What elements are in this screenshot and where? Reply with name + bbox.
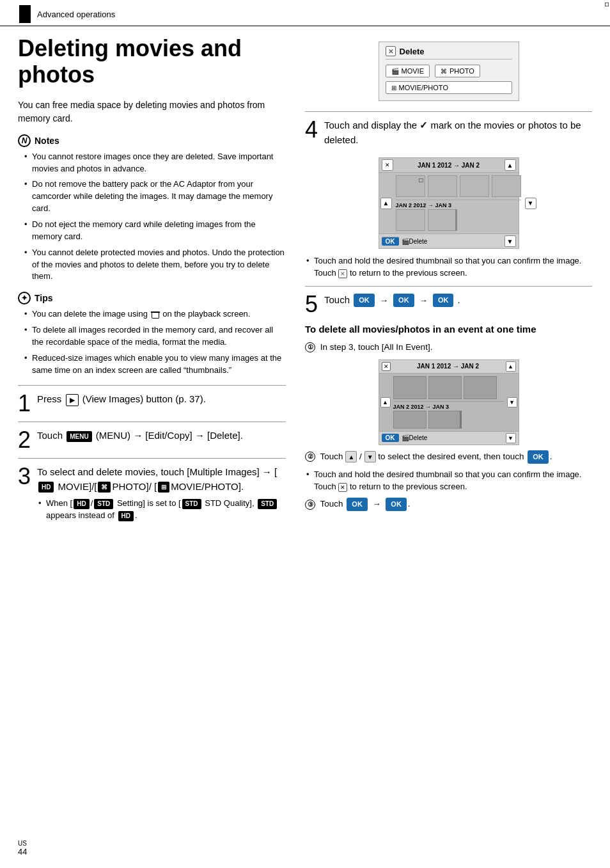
notes-list: You cannot restore images once they are …	[18, 151, 286, 283]
ok-badge-1[interactable]: OK	[354, 294, 375, 307]
left-column: Deleting movies and photos You can free …	[18, 29, 299, 528]
thumbnail	[428, 209, 457, 231]
circle-1: ①	[305, 342, 315, 352]
to-delete-step3: ③ Touch OK → OK.	[305, 498, 592, 511]
step-4-section: 4 Touch and display the ✓ mark on the mo…	[305, 111, 592, 280]
page-number: US 44	[18, 840, 27, 856]
page-num: 44	[18, 847, 27, 856]
step-5-content: 5 Touch OK → OK → OK .	[305, 293, 592, 316]
photo-icon: ⌘	[441, 68, 447, 75]
hd-badge-2: HD	[74, 499, 89, 510]
list-item: To delete all images recorded in the mem…	[24, 324, 286, 349]
to-delete-step2-sub: Touch and hold the desired thumbnail so …	[305, 469, 592, 493]
top-bar: Advanced operations	[0, 0, 610, 26]
list-item: You cannot delete protected movies and p…	[24, 247, 286, 283]
tips-icon: ✦	[18, 292, 31, 304]
arrow-1: →	[380, 296, 388, 305]
movie-photo-icon: ⊞	[391, 84, 396, 91]
step-5-section: 5 Touch OK → OK → OK .	[305, 286, 592, 316]
index-date-1: JAN 1 2012 → JAN 2	[417, 363, 479, 370]
circle-2: ②	[305, 452, 315, 462]
x-icon: ✕	[338, 269, 347, 278]
section-title: Advanced operations	[37, 10, 115, 19]
page-title: Deleting movies and photos	[18, 35, 286, 88]
step-5-text: Touch OK → OK → OK .	[324, 293, 592, 308]
index-thumb	[428, 376, 462, 399]
std-badge-3: STD	[258, 499, 277, 510]
scroll-down-icon: ▼	[507, 397, 517, 407]
down-select-icon: ▼	[364, 451, 376, 462]
step4-screenshot: ✕ JAN 1 2012 → JAN 2 ▲ ▲ □ □	[379, 157, 519, 249]
to-delete-step1: ① In step 3, touch [All In Event].	[305, 341, 592, 354]
ok-button-index[interactable]: OK	[382, 434, 399, 442]
index-date-2: JAN 2 2012 → JAN 3	[393, 403, 504, 411]
step-4-sub: Touch and hold the desired thumbnail so …	[305, 255, 592, 280]
std-badge-2: STD	[182, 499, 201, 510]
movie-label: MOVIE	[402, 67, 424, 75]
step-3-num: 3	[18, 465, 33, 488]
list-item: Do not eject the memory card while delet…	[24, 219, 286, 243]
step-1-num: 1	[18, 392, 33, 415]
photo-label: PHOTO	[450, 67, 474, 75]
delete-dialog-label: Delete	[400, 47, 425, 56]
index-thumb	[428, 411, 462, 429]
down-arrow-icon: ▼	[504, 235, 516, 247]
view-images-icon: ▶	[66, 394, 79, 406]
up-arrow-icon-2: ▲	[506, 361, 516, 372]
thumbnail	[460, 175, 489, 197]
ok-badge-2[interactable]: OK	[393, 294, 414, 307]
tips-section: ✦ Tips You can delete the image using on…	[18, 292, 286, 376]
hd-badge-3: HD	[118, 511, 134, 522]
step-1-content: 1 Press ▶ (View Images) button (p. 37).	[18, 392, 286, 415]
step-2-num: 2	[18, 429, 33, 452]
index-thumb	[464, 376, 497, 399]
right-column: ✕ Delete 🎬 MOVIE ⌘ PHOTO	[299, 29, 592, 528]
ok-badge-step3-1[interactable]: OK	[347, 498, 368, 511]
scroll-right-icon: ▼	[525, 198, 536, 209]
photo-button[interactable]: ⌘ PHOTO	[435, 65, 480, 77]
ok-badge-step3-2[interactable]: OK	[386, 498, 407, 511]
list-item: Reduced-size images which enable you to …	[24, 352, 286, 377]
movie-photo-button[interactable]: ⊞ MOVIE/PHOTO	[386, 81, 512, 94]
dialog-close-icon: ✕	[386, 46, 396, 56]
delete-dialog: ✕ Delete 🎬 MOVIE ⌘ PHOTO	[379, 42, 519, 101]
index-header: ✕ JAN 1 2012 → JAN 2 ▲	[379, 360, 519, 374]
page-body: Deleting movies and photos You can free …	[0, 29, 610, 528]
index-screenshot: ✕ JAN 1 2012 → JAN 2 ▲ ▲	[379, 359, 519, 445]
step-5-num: 5	[305, 293, 320, 316]
movie-icon: 🎬	[391, 68, 399, 75]
list-item: You can delete the image using on the pl…	[24, 308, 286, 320]
to-delete-step2: ② Touch ▲ / ▼ to select the desired even…	[305, 450, 592, 464]
step-4-num: 4	[305, 118, 320, 141]
step4-footer: OK 🎬 Delete ▼	[379, 233, 519, 248]
list-item: Do not remove the battery pack or the AC…	[24, 178, 286, 215]
up-select-icon: ▲	[345, 451, 357, 462]
arrow-3: →	[373, 499, 381, 509]
notes-header: N Notes	[18, 134, 286, 147]
menu-badge: MENU	[66, 431, 91, 442]
step-2-rest: (MENU) → [Edit/Copy] → [Delete].	[96, 430, 243, 441]
step-4-text: Touch and display the ✓ mark on the movi…	[324, 118, 592, 151]
movie-button[interactable]: 🎬 MOVIE	[386, 65, 430, 77]
date-label-2: JAN 2 2012 → JAN 3	[396, 201, 521, 209]
thumbnail: □	[492, 175, 521, 197]
notes-title: Notes	[35, 136, 59, 146]
hd-badge: HD	[38, 482, 54, 493]
tips-list: You can delete the image using on the pl…	[18, 308, 286, 376]
thumbnail: □	[428, 175, 457, 197]
delete-dialog-title: ✕ Delete	[386, 46, 512, 59]
notes-section: N Notes You cannot restore images once t…	[18, 134, 286, 283]
page-container: Advanced operations Deleting movies and …	[0, 0, 610, 868]
ok-badge-3[interactable]: OK	[433, 294, 454, 307]
step-3-content: 3 To select and delete movies, touch [Mu…	[18, 465, 286, 522]
std-badge: STD	[94, 499, 113, 510]
ok-badge-step2[interactable]: OK	[528, 450, 549, 464]
tips-title: Tips	[35, 293, 53, 303]
step-1-text: Press ▶ (View Images) button (p. 37).	[37, 392, 286, 411]
ok-button[interactable]: OK	[382, 237, 399, 246]
circle-3: ③	[305, 500, 315, 510]
x-icon-2: ✕	[338, 483, 347, 492]
thumbnail: □	[396, 175, 425, 197]
scroll-up-icon: ▲	[380, 397, 391, 407]
date-label-1: JAN 1 2012 → JAN 2	[418, 162, 480, 169]
